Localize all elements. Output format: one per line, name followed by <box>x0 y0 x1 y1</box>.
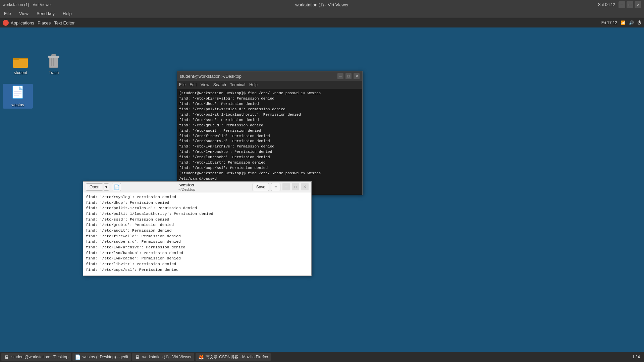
editor-line: find: '/etc/lvm/backup': Permission deni… <box>86 250 309 256</box>
editor-line: find: '/etc/lvm/cache': Permission denie… <box>86 256 309 261</box>
virt-viewer-window: workstation (1) - Virt Viewer workstatio… <box>0 0 644 362</box>
gnome-power-icon: ⏻ <box>637 20 641 25</box>
editor-title-area: westos ~/Desktop <box>124 182 250 191</box>
terminal-window: student@workstation:~/Desktop ─ □ ✕ File… <box>177 71 363 195</box>
svg-rect-9 <box>13 86 23 99</box>
terminal-line: find: '/etc/polkit-1/localauthority': Pe… <box>179 112 360 118</box>
folder-icon <box>12 53 29 69</box>
terminal-task-icon: 🖥 <box>4 354 9 360</box>
desktop-icon-student[interactable]: student <box>5 52 36 76</box>
vv-minimize-button[interactable]: ─ <box>619 1 625 8</box>
editor-line: find: '/etc/lvm/archive': Permission den… <box>86 245 309 250</box>
terminal-line: find: '/etc/firewalld': Permission denie… <box>179 134 360 139</box>
vv-topbar-center-title: workstation (1) - Virt Viewer <box>295 2 348 7</box>
vv-menu-sendkey[interactable]: Send key <box>35 10 56 17</box>
gnome-applications-menu[interactable]: Applications <box>3 20 34 26</box>
editor-save-button[interactable]: Save <box>253 183 269 191</box>
terminal-line: find: '/etc/pki/rsyslog': Permission den… <box>179 96 360 102</box>
editor-doc-icon-button[interactable]: 📄 <box>112 183 121 191</box>
editor-line: find: '/etc/audit': Permission denied <box>86 228 309 234</box>
terminal-line: find: '/etc/lvm/archive': Permission den… <box>179 144 360 149</box>
terminal-menu-terminal[interactable]: Terminal <box>230 82 245 87</box>
vv-clock: Sat 06:12 <box>598 2 615 7</box>
editor-line: find: '/etc/polkit-1/rules.d': Permissio… <box>86 205 309 211</box>
gnome-clock: Fri 17:12 <box>601 20 617 25</box>
applications-icon <box>3 20 9 26</box>
vv-menu-view[interactable]: View <box>18 10 30 17</box>
terminal-line: find: '/etc/sudoers.d': Permission denie… <box>179 139 360 144</box>
terminal-line: [student@workstation Desktop]$ find /etc… <box>179 91 360 96</box>
terminal-minimize-button[interactable]: ─ <box>337 73 343 79</box>
gnome-network-icon: 📶 <box>621 20 626 25</box>
editor-line: find: '/etc/sssd': Permission denied <box>86 217 309 223</box>
terminal-menu-view[interactable]: View <box>201 82 209 87</box>
vv-title: workstation (1) - Virt Viewer <box>3 2 52 7</box>
vv-topbar-right: Sat 06:12 ─ □ ✕ <box>598 1 641 8</box>
editor-menu-button[interactable]: ≡ <box>271 183 280 191</box>
desktop-icon-trash[interactable]: Trash <box>39 52 69 76</box>
terminal-line: /etc/pam.d/passwd <box>179 176 360 182</box>
editor-line: find: '/etc/sudoers.d': Permission denie… <box>86 239 309 245</box>
taskbar-terminal[interactable]: 🖥 student@workstation:~/Desktop <box>1 353 71 361</box>
virt-task-label: workstation (1) - Virt Viewer <box>142 355 192 359</box>
gnome-sound-icon: 🔊 <box>629 20 634 25</box>
vv-topbar-left: workstation (1) - Virt Viewer <box>3 2 52 7</box>
vv-menu-file[interactable]: File <box>3 10 12 17</box>
taskbar: 🖥 student@workstation:~/Desktop 📄 westos… <box>0 352 644 362</box>
terminal-content[interactable]: [student@workstation Desktop]$ find /etc… <box>177 89 362 195</box>
editor-task-label: westos (~Desktop) - gedit <box>83 355 128 359</box>
terminal-close-button[interactable]: ✕ <box>354 73 360 79</box>
vv-close-button[interactable]: ✕ <box>635 1 641 8</box>
taskbar-page-indicator: 1 / 4 <box>632 355 643 359</box>
taskbar-virt[interactable]: 🖥 workstation (1) - Virt Viewer <box>132 353 194 361</box>
editor-minimize-button[interactable]: ─ <box>282 183 290 190</box>
terminal-line: find: '/etc/grub.d': Permission denied <box>179 123 360 128</box>
editor-open-dropdown-button[interactable]: ▾ <box>104 183 109 191</box>
file-icon <box>10 85 26 101</box>
trash-icon <box>46 53 62 69</box>
virt-task-icon: 🖥 <box>135 354 140 360</box>
terminal-menu-search[interactable]: Search <box>213 82 226 87</box>
svg-rect-1 <box>13 59 28 68</box>
editor-filename: westos <box>124 182 250 187</box>
westos-label: westos <box>11 103 24 107</box>
editor-right-controls: Save ≡ ─ □ ✕ <box>253 183 309 191</box>
virt-viewer-titlebar: workstation (1) - Virt Viewer workstatio… <box>0 0 644 9</box>
gnome-places-menu[interactable]: Places <box>38 20 51 25</box>
editor-window: Open ▾ 📄 westos ~/Desktop Save ≡ ─ □ ✕ <box>83 181 312 276</box>
editor-line: find: '/etc/polkit-1/localauthority': Pe… <box>86 211 309 217</box>
editor-close-button[interactable]: ✕ <box>301 183 309 190</box>
editor-maximize-button[interactable]: □ <box>292 183 299 190</box>
gnome-panel-left: Applications Places Text Editor <box>3 20 75 26</box>
terminal-menu-file[interactable]: File <box>179 82 185 87</box>
terminal-line: find: '/etc/lvm/backup': Permission deni… <box>179 149 360 155</box>
taskbar-firefox[interactable]: 🦊 写文章-CSDN博客 - Mozilla Firefox <box>196 353 271 361</box>
editor-line: find: '/etc/dhcp': Permission denied <box>86 200 309 206</box>
svg-rect-5 <box>51 54 56 56</box>
terminal-line: find: '/etc/sssd': Permission denied <box>179 118 360 123</box>
editor-content[interactable]: find: '/etc/rsyslog': Permission deniedf… <box>83 192 311 276</box>
gnome-panel: Applications Places Text Editor Fri 17:1… <box>0 18 644 27</box>
terminal-menubar: File Edit View Search Terminal Help <box>177 81 362 89</box>
terminal-line: find: '/etc/polkit-1/rules.d': Permissio… <box>179 107 360 112</box>
editor-titlebar: Open ▾ 📄 westos ~/Desktop Save ≡ ─ □ ✕ <box>83 182 311 192</box>
desktop-icon-westos[interactable]: westos <box>3 84 33 109</box>
taskbar-editor[interactable]: 📄 westos (~Desktop) - gedit <box>72 353 131 361</box>
editor-open-button[interactable]: Open <box>86 183 103 191</box>
terminal-window-controls: ─ □ ✕ <box>337 73 360 79</box>
firefox-task-icon: 🦊 <box>198 354 204 360</box>
terminal-line: find: '/etc/libvirt': Permission denied <box>179 160 360 166</box>
terminal-maximize-button[interactable]: □ <box>345 73 352 79</box>
editor-line: find: '/etc/cups/ssl': Permission denied <box>86 267 309 273</box>
terminal-menu-help[interactable]: Help <box>249 82 258 87</box>
terminal-menu-edit[interactable]: Edit <box>190 82 197 87</box>
editor-line: find: '/etc/libvirt': Permission denied <box>86 261 309 267</box>
terminal-line: find: '/etc/audit': Permission denied <box>179 128 360 134</box>
virtual-desktop: Applications Places Text Editor Fri 17:1… <box>0 18 644 362</box>
editor-filepath: ~/Desktop <box>124 187 250 191</box>
vv-menu-help[interactable]: Help <box>61 10 73 17</box>
vv-maximize-button[interactable]: □ <box>627 1 633 8</box>
gnome-text-editor-menu[interactable]: Text Editor <box>54 20 74 25</box>
virt-viewer-menubar: File View Send key Help <box>0 9 644 18</box>
trash-label: Trash <box>49 70 59 75</box>
